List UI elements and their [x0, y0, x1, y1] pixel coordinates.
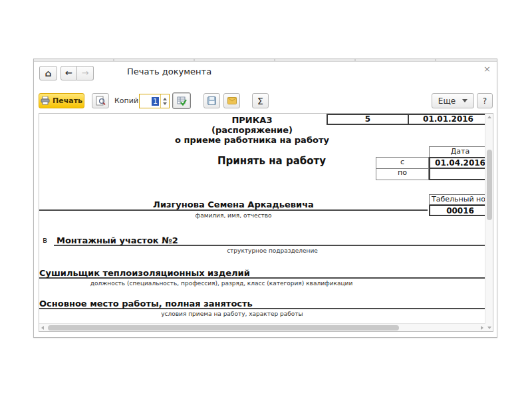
- back-icon: ←: [65, 68, 72, 78]
- position-field: Сушильщик теплоизоляционных изделий: [39, 266, 491, 279]
- home-button[interactable]: ⌂: [39, 66, 57, 80]
- home-icon: ⌂: [45, 68, 51, 78]
- employee-name-caption: фамилия, имя, отчество: [39, 212, 428, 219]
- to-label-cell: по: [376, 168, 429, 180]
- copies-spinner[interactable]: 1: [139, 94, 170, 108]
- department-caption: структурное подразделение: [54, 247, 491, 254]
- department-field: Монтажный участок №2: [54, 233, 491, 246]
- print-to-table-button[interactable]: [172, 92, 191, 109]
- print-document-window: ⌂ ← → Печать документа × Печать: [33, 59, 497, 338]
- spin-up-icon: [163, 98, 167, 100]
- spin-down-icon: [163, 102, 167, 105]
- close-icon[interactable]: ×: [483, 65, 491, 74]
- nav-button-group: ← →: [61, 66, 94, 80]
- email-button[interactable]: [223, 93, 240, 108]
- date-column-header: Дата: [429, 146, 491, 157]
- more-button[interactable]: Еще: [432, 93, 474, 108]
- employee-name: Лизгунова Семена Аркадьевича: [153, 200, 314, 209]
- scroll-left-icon: [41, 326, 44, 330]
- copies-value: 1: [152, 97, 159, 106]
- scroll-down-icon: [487, 327, 491, 329]
- vertical-scroll-thumb[interactable]: [487, 150, 492, 220]
- window-title: Печать документа: [127, 66, 211, 76]
- position-value: Сушильщик теплоизоляционных изделий: [39, 268, 250, 278]
- document-title-line3: о приеме работника на работу: [102, 135, 402, 145]
- in-label: в: [43, 235, 47, 245]
- horizontal-scrollbar[interactable]: [39, 323, 485, 331]
- back-button[interactable]: ←: [61, 66, 77, 80]
- save-button[interactable]: [203, 93, 220, 108]
- more-button-label: Еще: [438, 96, 456, 106]
- document-preview: ПРИКАЗ (распоряжение) о приеме работника…: [39, 113, 493, 332]
- conditions-field: Основное место работы, полная занятость: [39, 297, 491, 309]
- document-title-line2: (распоряжение): [102, 125, 402, 135]
- employee-name-field: Лизгунова Семена Аркадьевича: [39, 198, 428, 211]
- document-date-cell: 01.01.2016: [408, 114, 489, 125]
- department-value: Монтажный участок №2: [54, 235, 178, 245]
- printer-icon: [41, 96, 50, 105]
- forward-button[interactable]: →: [77, 66, 94, 80]
- email-icon: [227, 97, 237, 104]
- print-button-label: Печать: [53, 96, 82, 105]
- position-caption: должность (специальность, профессия), ра…: [39, 280, 404, 287]
- print-button[interactable]: Печать: [39, 93, 84, 108]
- vertical-scrollbar[interactable]: [485, 114, 493, 331]
- conditions-value: Основное место работы, полная занятость: [39, 299, 253, 309]
- copies-input[interactable]: 1: [140, 97, 160, 106]
- window-top-edge: [34, 59, 497, 62]
- to-date-cell: [429, 168, 491, 180]
- hire-heading: Принять на работу: [217, 155, 326, 167]
- chevron-down-icon: [462, 99, 467, 102]
- personnel-number-header: Табельный номер: [429, 194, 491, 205]
- preview-icon: [96, 96, 106, 106]
- scroll-right-icon: [481, 326, 483, 330]
- table-check-icon: [177, 96, 187, 106]
- copies-label: Копий:: [114, 96, 141, 105]
- copies-spin-buttons[interactable]: [160, 94, 169, 108]
- sum-button[interactable]: Σ: [252, 93, 269, 108]
- horizontal-scroll-thumb[interactable]: [48, 325, 399, 331]
- from-label-cell: с: [376, 157, 429, 169]
- document-number-cell: 5: [327, 114, 408, 125]
- conditions-caption: условия приема на работу, характер работ…: [39, 311, 425, 317]
- sigma-icon: Σ: [257, 96, 263, 106]
- save-icon: [207, 96, 216, 105]
- from-date-cell: 01.04.2016: [429, 157, 491, 169]
- help-button[interactable]: ?: [477, 93, 493, 108]
- forward-icon: →: [82, 68, 89, 78]
- preview-button[interactable]: [92, 93, 109, 108]
- personnel-number-cell: 00016: [429, 205, 491, 216]
- scroll-up-icon: [487, 116, 491, 118]
- help-icon: ?: [483, 96, 487, 106]
